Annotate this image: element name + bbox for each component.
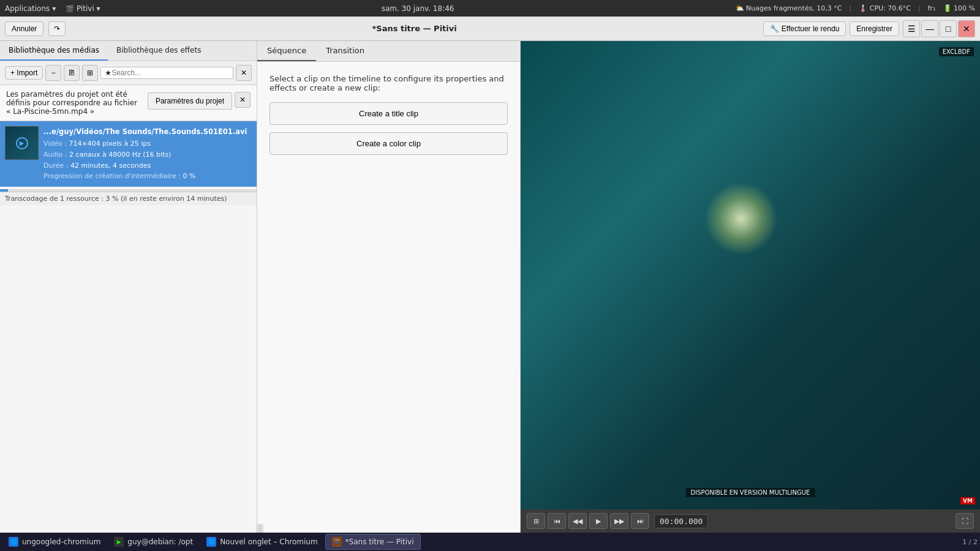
window-title: *Sans titre — Pitivi (70, 24, 758, 33)
audio-info: Audio : 2 canaux à 48000 Hz (16 bits) (43, 149, 252, 160)
chromium-icon-2: 🌐 (206, 537, 216, 547)
next-frame-button[interactable]: ▶▶ (610, 513, 628, 529)
taskbar-item-chromium1[interactable]: 🌐 ungoogled-chromium (2, 534, 107, 550)
import-button[interactable]: + Import (5, 66, 43, 80)
battery-display: 🔋 100 % (943, 4, 975, 12)
taskbar-item-chromium2[interactable]: 🌐 Nouvel onglet – Chromium (200, 534, 324, 550)
info-box-actions: Paramètres du projet ✕ (148, 90, 251, 110)
system-bar: Applications ▾ 🎬 Pitivi ▾ sam. 30 janv. … (0, 0, 980, 17)
middle-body: Select a clip on the timeline to configu… (257, 62, 520, 524)
chromium-icon-1: 🌐 (9, 537, 18, 547)
taskbar-item-pitivi[interactable]: 🎬 *Sans titre — Pitivi (325, 534, 421, 550)
media-item[interactable]: ▶ ...e/guy/Vidéos/The Sounds/The.Sounds.… (0, 121, 257, 187)
taskbar: 🌐 ungoogled-chromium ▶ guy@debian: /opt … (0, 533, 980, 551)
maximize-button[interactable]: □ (940, 20, 957, 37)
fullscreen-button[interactable]: ⛶ (956, 513, 974, 529)
panel-resize-handle[interactable]: ⋮ (257, 524, 263, 533)
taskbar-item-terminal[interactable]: ▶ guy@debian: /opt (108, 534, 199, 550)
middle-panel: Séquence Transition Select a clip on the… (257, 41, 521, 533)
video-info: Vidéo : 714×404 pixels à 25 ips (43, 138, 252, 149)
tab-effects-library[interactable]: Bibliothèque des effets (108, 41, 209, 61)
clip-props-button[interactable]: 🖹 (64, 65, 80, 81)
video-preview: EXCLBDF DISPONIBLE EN VERSION MULTILINGU… (521, 41, 980, 509)
title-bar-controls: 🔧 Effectuer le rendu Enregistrer ☰ — □ ✕ (763, 20, 975, 37)
left-panel-tabs: Bibliothèque des médias Bibliothèque des… (0, 41, 257, 61)
vm-badge: VM (960, 497, 975, 504)
preview-frame: EXCLBDF DISPONIBLE EN VERSION MULTILINGU… (521, 41, 980, 509)
menu-button[interactable]: ☰ (903, 20, 920, 37)
window-controls: ☰ — □ ✕ (903, 20, 975, 37)
applications-menu[interactable]: Applications ▾ (5, 4, 56, 13)
title-bar: Annuler ↷ *Sans titre — Pitivi 🔧 Effectu… (0, 17, 980, 41)
project-info-box: Les paramètres du projet ont été définis… (0, 85, 257, 121)
search-box: ★ (100, 67, 233, 79)
progress-info: Progression de création d'intermédiaire … (43, 171, 252, 182)
tab-transition[interactable]: Transition (316, 41, 374, 61)
info-box-content: Les paramètres du projet ont été définis… (6, 90, 251, 116)
skip-start-button[interactable]: ⏮ (548, 513, 566, 529)
grid-view-ctrl-button[interactable]: ⊞ (527, 513, 545, 529)
redo-button[interactable]: ↷ (48, 21, 66, 36)
left-panel: Bibliothèque des médias Bibliothèque des… (0, 41, 257, 533)
project-info-text: Les paramètres du projet ont été définis… (6, 90, 143, 116)
preview-logo: EXCLBDF (939, 47, 974, 56)
middle-tabs: Séquence Transition (257, 41, 520, 62)
media-filename: ...e/guy/Vidéos/The Sounds/The.Sounds.S0… (43, 126, 252, 137)
main-content: Bibliothèque des médias Bibliothèque des… (0, 41, 980, 533)
pitivi-menu[interactable]: 🎬 Pitivi ▾ (66, 4, 100, 13)
play-button[interactable]: ▶ (589, 513, 608, 529)
pitivi-taskbar-icon: 🎬 (332, 537, 342, 547)
preview-glow (704, 182, 778, 255)
save-button[interactable]: Enregistrer (850, 21, 899, 36)
system-bar-left: Applications ▾ 🎬 Pitivi ▾ (5, 4, 100, 13)
back-button[interactable]: Annuler (5, 21, 43, 36)
create-title-clip-button[interactable]: Create a title clip (270, 102, 508, 125)
transcode-message: Transcodage de 1 ressource : 3 % (il en … (0, 192, 257, 205)
preview-subtitle: DISPONIBLE EN VERSION MULTILINGUE (686, 488, 815, 497)
time-display: 00:00.000 (654, 514, 708, 528)
tab-media-library[interactable]: Bibliothèque des médias (0, 41, 108, 61)
keyboard-layout[interactable]: fr₁ (928, 4, 936, 12)
instructions-text: Select a clip on the timeline to configu… (270, 74, 508, 92)
terminal-icon: ▶ (114, 537, 124, 547)
clear-search-button[interactable]: ✕ (236, 65, 252, 81)
minimize-button[interactable]: — (921, 20, 938, 37)
create-color-clip-button[interactable]: Create a color clip (270, 132, 508, 155)
prev-frame-button[interactable]: ◀◀ (568, 513, 587, 529)
project-params-button[interactable]: Paramètres du projet (148, 92, 232, 110)
cpu-display: 🌡️ CPU: 70.6°C (859, 4, 911, 12)
media-info: ...e/guy/Vidéos/The Sounds/The.Sounds.S0… (43, 126, 252, 182)
dismiss-info-button[interactable]: ✕ (235, 92, 251, 108)
search-icon: ★ (105, 69, 111, 77)
remove-button[interactable]: − (45, 65, 61, 81)
search-input[interactable] (111, 69, 229, 77)
tab-sequence[interactable]: Séquence (257, 41, 316, 61)
system-datetime: sam. 30 janv. 18:46 (110, 4, 726, 13)
render-button[interactable]: 🔧 Effectuer le rendu (763, 21, 846, 36)
media-toolbar: + Import − 🖹 ⊞ ★ ✕ (0, 61, 257, 85)
playback-controls: ⊞ ⏮ ◀◀ ▶ ▶▶ ⏭ 00:00.000 ⛶ (521, 509, 980, 533)
close-button[interactable]: ✕ (958, 20, 975, 37)
duration-info: Durée : 42 minutes, 4 secondes (43, 160, 252, 171)
system-bar-right: ⛅ Nuages fragmentés, 10,3 °C | 🌡️ CPU: 7… (736, 4, 975, 12)
weather-display: ⛅ Nuages fragmentés, 10,3 °C (736, 4, 842, 12)
grid-view-button[interactable]: ⊞ (82, 65, 98, 81)
taskbar-pager: 1 / 2 (962, 538, 978, 546)
skip-end-button[interactable]: ⏭ (631, 513, 649, 529)
media-thumbnail: ▶ (5, 126, 39, 160)
right-panel: EXCLBDF DISPONIBLE EN VERSION MULTILINGU… (521, 41, 980, 533)
